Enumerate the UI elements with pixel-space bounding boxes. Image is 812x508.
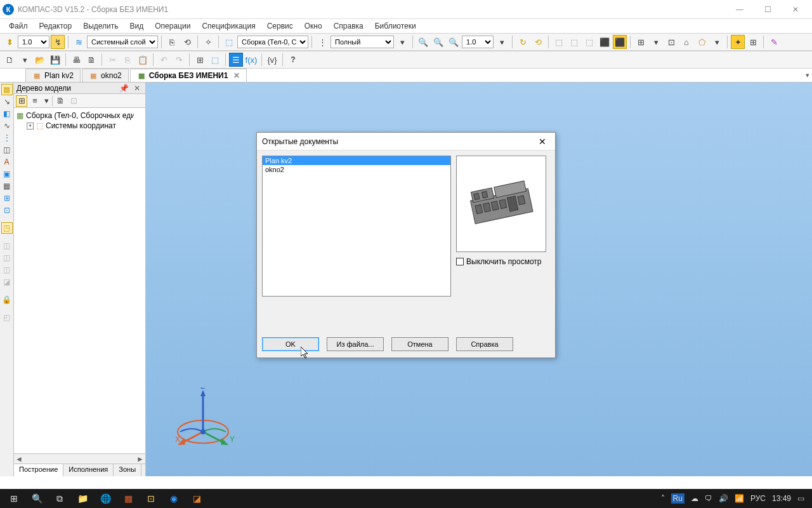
- tb-render3[interactable]: ⬚: [582, 35, 596, 49]
- tb-icon[interactable]: ✦: [731, 35, 745, 49]
- lt-icon[interactable]: ⊡: [1, 204, 13, 216]
- lt-icon[interactable]: ▦: [1, 180, 13, 192]
- disable-preview-checkbox[interactable]: Выключить просмотр: [456, 257, 546, 266]
- panel-tab[interactable]: Зоны: [114, 464, 141, 476]
- tb-render5[interactable]: ⬛: [613, 35, 627, 49]
- chrome-icon[interactable]: 🌐: [94, 489, 117, 508]
- tb-icon[interactable]: ⊞: [193, 53, 207, 67]
- search-icon[interactable]: 🔍: [25, 489, 48, 508]
- list-item[interactable]: okno2: [263, 165, 450, 174]
- pt-icon[interactable]: 🗎: [55, 95, 66, 107]
- scale-combo-1[interactable]: 1.0: [18, 36, 49, 48]
- model-tree[interactable]: ▦ Сборка (Тел-0, Сборочных единиц-0, Дет…: [14, 108, 145, 453]
- lt-icon[interactable]: ▣: [1, 168, 13, 180]
- tb-zoom1[interactable]: 🔍: [416, 35, 430, 49]
- doc-tab-active[interactable]: ▦ Сборка БЕЗ ИМЕНИ1 ✕: [130, 69, 247, 82]
- tb-new[interactable]: 🗋: [3, 53, 16, 67]
- tb-dropdown[interactable]: ▾: [18, 53, 32, 67]
- panel-close-icon[interactable]: ✕: [131, 84, 143, 93]
- tb-props[interactable]: ☰: [229, 53, 243, 67]
- ok-button[interactable]: OK: [262, 337, 319, 351]
- lt-icon[interactable]: ◫: [1, 264, 13, 276]
- menu-spec[interactable]: Спецификация: [197, 20, 260, 32]
- menu-operations[interactable]: Операции: [150, 20, 195, 32]
- tb-icon[interactable]: ▾: [710, 35, 724, 49]
- doc-tab[interactable]: ▦ okno2: [82, 69, 129, 82]
- tb-rotate2[interactable]: ⟲: [531, 35, 545, 49]
- help-button[interactable]: Справка: [456, 337, 513, 351]
- lt-icon[interactable]: ◳: [1, 222, 13, 234]
- tb-help[interactable]: ?: [286, 53, 300, 67]
- tb-icon[interactable]: ⬍: [3, 35, 16, 49]
- tb-icon[interactable]: ▾: [649, 35, 663, 49]
- tb-render4[interactable]: ⬛: [598, 35, 612, 49]
- menu-window[interactable]: Окно: [299, 20, 327, 32]
- lt-icon[interactable]: ◫: [1, 252, 13, 264]
- menu-service[interactable]: Сервис: [262, 20, 298, 32]
- explorer-icon[interactable]: 📁: [71, 489, 94, 508]
- tb-paste[interactable]: 📋: [136, 53, 150, 67]
- panel-tab[interactable]: Исполнения: [63, 464, 114, 476]
- tree-root[interactable]: ▦ Сборка (Тел-0, Сборочных единиц-0, Дет…: [16, 110, 143, 121]
- lt-icon[interactable]: ◫: [1, 240, 13, 251]
- assembly-combo[interactable]: Сборка (Тел-0, Сборочных единиц-0, Детал…: [237, 36, 308, 48]
- tb-print[interactable]: 🖶: [69, 53, 83, 67]
- tb-icon[interactable]: ≋: [72, 35, 86, 49]
- tray-onedrive-icon[interactable]: ☁: [691, 494, 698, 503]
- dialog-close-icon[interactable]: ✕: [535, 135, 550, 148]
- start-button[interactable]: ⊞: [3, 489, 25, 508]
- tabs-chevron[interactable]: ▾: [806, 71, 809, 79]
- close-button[interactable]: ✕: [782, 1, 809, 18]
- tb-icon[interactable]: ⊞: [634, 35, 648, 49]
- tb-rotate1[interactable]: ↻: [516, 35, 530, 49]
- maximize-button[interactable]: ☐: [754, 1, 782, 18]
- menu-file[interactable]: Файл: [4, 20, 33, 32]
- panel-tab[interactable]: Построение: [14, 464, 63, 476]
- tray-clock[interactable]: 13:49: [772, 494, 791, 503]
- tb-icon[interactable]: ⋮: [315, 35, 329, 49]
- panel-scrollbar[interactable]: ◄ ►: [14, 453, 145, 464]
- pt-icon[interactable]: ▾: [43, 95, 50, 107]
- tb-cut[interactable]: ✂: [105, 53, 119, 67]
- lt-icon[interactable]: 🔒: [1, 294, 13, 305]
- tb-icon[interactable]: ✎: [767, 35, 781, 49]
- document-list[interactable]: Plan kv2 okno2: [262, 156, 451, 297]
- tb-icon[interactable]: ▾: [495, 35, 509, 49]
- tb-copy[interactable]: ⎘: [121, 53, 134, 67]
- menu-libs[interactable]: Библиотеки: [370, 20, 421, 32]
- tb-icon[interactable]: ⎘: [165, 35, 179, 49]
- tb-icon[interactable]: ⌂: [679, 35, 693, 49]
- tb-icon[interactable]: ⊡: [664, 35, 678, 49]
- tb-open[interactable]: 📂: [33, 53, 47, 67]
- app-icon[interactable]: ◪: [185, 489, 208, 508]
- tray-chevron-icon[interactable]: ˄: [661, 494, 665, 503]
- tb-redo[interactable]: ↷: [172, 53, 186, 67]
- pt-icon[interactable]: ⊡: [68, 95, 79, 107]
- tb-icon[interactable]: ✧: [201, 35, 215, 49]
- lt-icon[interactable]: ▦: [1, 84, 13, 95]
- menu-view[interactable]: Вид: [125, 20, 149, 32]
- menu-editor[interactable]: Редактор: [34, 20, 77, 32]
- app-icon[interactable]: ⊡: [140, 489, 162, 508]
- app-icon[interactable]: ▦: [117, 489, 140, 508]
- tb-icon[interactable]: ⬚: [222, 35, 236, 49]
- lt-icon[interactable]: ⊞: [1, 192, 13, 204]
- scroll-right-icon[interactable]: ►: [135, 454, 145, 464]
- cancel-button[interactable]: Отмена: [391, 337, 449, 351]
- layer-combo[interactable]: Системный слой (0): [87, 36, 158, 48]
- expand-icon[interactable]: +: [27, 123, 34, 130]
- tb-render1[interactable]: ⬚: [552, 35, 566, 49]
- tb-icon[interactable]: ↯: [51, 35, 65, 49]
- tb-zoom2[interactable]: 🔍: [431, 35, 445, 49]
- tray-kbd[interactable]: РУС: [750, 494, 766, 503]
- kompas-taskbar-icon[interactable]: ◉: [162, 489, 185, 508]
- doc-tab[interactable]: ▦ Plan kv2: [25, 69, 81, 82]
- lt-icon[interactable]: ↘: [1, 96, 13, 107]
- tb-icon[interactable]: ⬠: [695, 35, 709, 49]
- tray-action-icon[interactable]: 🗨: [705, 494, 712, 503]
- pt-icon[interactable]: ≡: [29, 95, 41, 107]
- tb-preview[interactable]: 🗎: [84, 53, 98, 67]
- tb-save[interactable]: 💾: [48, 53, 62, 67]
- tray-volume-icon[interactable]: 🔊: [719, 494, 728, 503]
- tb-undo[interactable]: ↶: [157, 53, 171, 67]
